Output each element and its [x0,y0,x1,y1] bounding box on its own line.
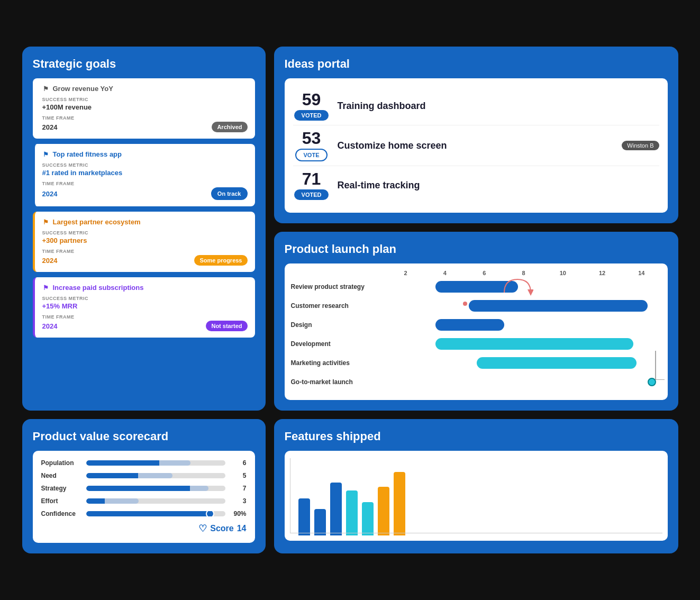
bar-blue-2 [314,509,326,535]
gantt-col-2: 2 [386,270,425,276]
bar-group-1 [298,498,310,535]
status-badge-archived: Archived [212,122,247,132]
strategic-goals-panel: Strategic goals ⚑ Grow revenue YoY SUCCE… [22,47,266,411]
bar-group-4 [346,490,358,535]
score-row-strategy: Strategy 7 [41,485,247,492]
gantt-label-launch: Go-to-market launch [291,378,386,386]
score-bar-strategy [86,486,225,491]
goal-grow-revenue[interactable]: ⚑ Grow revenue YoY SUCCESS METRIC +100M … [33,78,255,139]
strategic-goals-title: Strategic goals [33,57,255,71]
idea-realtime-tracking: 71 VOTED Real-time tracking [293,166,659,204]
flag-icon-gold: ⚑ [42,219,50,226]
score-bar-need [86,473,225,478]
gantt-col-6: 6 [465,270,504,276]
gantt-label-review: Review product strategy [291,283,386,290]
gantt-col-8: 8 [504,270,543,276]
scorecard-title: Product value scorecard [33,430,255,443]
gantt-row-customer: Customer research [291,298,661,313]
gantt-col-12: 12 [583,270,622,276]
flag-icon: ⚑ [42,85,50,93]
score-bar-population [86,460,225,466]
features-shipped-title: Features shipped [285,430,668,443]
status-badge-progress: Some progress [194,255,247,266]
score-bar-confidence [86,511,225,516]
score-total: ♡ Score 14 [41,523,247,534]
product-launch-title: Product launch plan [285,242,668,256]
chart-y-axis [290,458,290,533]
heart-icon: ♡ [198,523,207,534]
vote-button-customize[interactable]: VOTE [295,149,328,161]
bar-teal-4 [346,490,358,535]
main-container: Strategic goals ⚑ Grow revenue YoY SUCCE… [22,47,678,553]
bar-group-2 [314,509,326,535]
gantt-row-design: Design [291,317,661,332]
voted-button-tracking[interactable]: VOTED [294,189,329,200]
score-row-population: Population 6 [41,459,247,467]
gantt-row-review: Review product strategy [291,279,661,294]
scorecard-content: Population 6 Need 5 Strategy 7 [33,451,255,543]
gantt-col-14: 14 [622,270,661,276]
bar-gold-7 [394,472,405,535]
features-chart [285,451,668,541]
gantt-row-marketing: Marketing activities [291,356,661,370]
flag-icon-blue: ⚑ [42,151,50,158]
ideas-portal-panel: Ideas portal 59 VOTED Training dashboard… [274,47,678,223]
gantt-label-development: Development [291,340,386,348]
user-badge-winston: Winston B [622,141,659,150]
goal-paid-subscriptions[interactable]: ⚑ Increase paid subscriptions SUCCESS ME… [33,277,255,338]
bar-gold-6 [378,487,389,535]
gantt-label-design: Design [291,321,386,329]
scorecard-panel: Product value scorecard Population 6 Nee… [22,419,266,553]
gantt-row-launch: Go-to-market launch [291,375,661,389]
flag-icon-purple: ⚑ [42,284,50,292]
bar-group-5 [362,502,374,535]
ideas-portal-title: Ideas portal [285,57,668,71]
gantt-col-10: 10 [543,270,583,276]
bar-blue-3 [330,483,342,535]
gantt-chart: 2 4 6 8 10 12 14 Review product strategy [285,263,668,400]
features-shipped-panel: Features shipped [274,419,678,553]
bar-group-6 [378,487,389,535]
gantt-row-development: Development [291,337,661,351]
score-row-need: Need 5 [41,472,247,479]
bar-blue-1 [298,498,310,535]
bar-group-3 [330,483,342,535]
chart-x-axis [290,533,662,533]
gantt-col-4: 4 [425,270,465,276]
idea-customize-home: 53 VOTE Customize home screen Winston B [293,125,659,166]
score-bar-effort [86,498,225,504]
voted-button-training[interactable]: VOTED [294,110,329,121]
goal-partner-ecosystem[interactable]: ⚑ Largest partner ecosystem SUCCESS METR… [33,212,255,272]
goal-top-rated[interactable]: ⚑ Top rated fitness app SUCCESS METRIC #… [33,144,255,206]
gantt-label-customer: Customer research [291,302,386,310]
gantt-label-marketing: Marketing activities [291,359,386,367]
status-badge-notstarted: Not started [206,321,247,331]
status-badge-ontrack: On track [211,187,248,200]
ideas-portal-content: 59 VOTED Training dashboard 53 VOTE Cust… [285,78,668,213]
score-row-effort: Effort 3 [41,497,247,505]
score-row-confidence: Confidence 90% [41,510,247,517]
product-launch-panel: Product launch plan 2 4 6 8 10 12 14 Rev… [274,232,678,411]
idea-training-dashboard: 59 VOTED Training dashboard [293,87,659,125]
bar-teal-5 [362,502,374,535]
bar-group-7 [394,472,405,535]
